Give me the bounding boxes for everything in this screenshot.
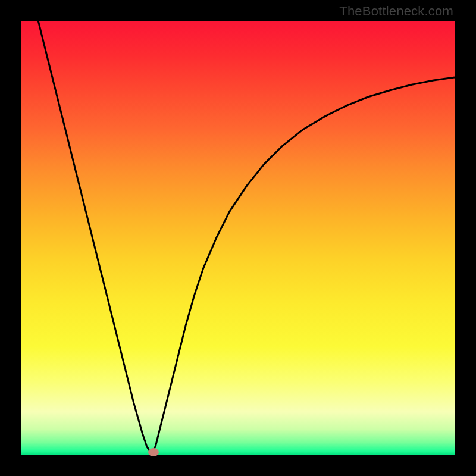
chart-frame: TheBottleneck.com xyxy=(0,0,476,476)
minimum-marker xyxy=(148,448,159,456)
bottleneck-curve xyxy=(21,21,455,455)
plot-area xyxy=(21,21,455,455)
watermark-text: TheBottleneck.com xyxy=(339,4,453,19)
